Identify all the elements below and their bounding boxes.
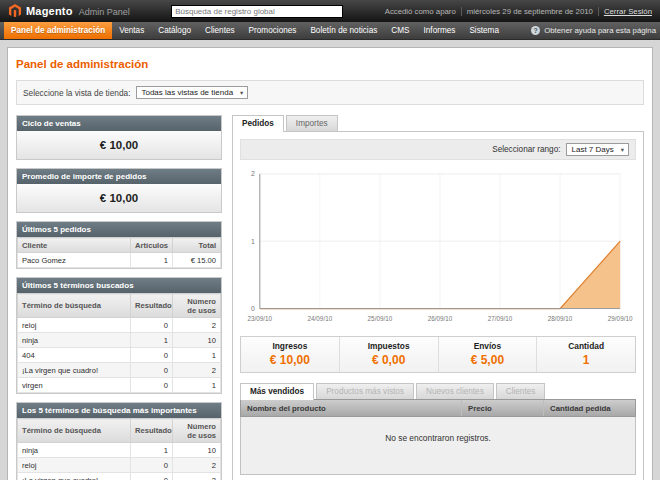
lifetime-sales-panel: Ciclo de ventas € 10,00 — [16, 115, 222, 160]
bottom-tabs: Más vendidos Productos más vistos Nuevos… — [240, 383, 636, 399]
last-orders-table: Cliente Artículos Total Paco Gomez 1 € 1… — [17, 237, 221, 268]
nav-item-newsletter[interactable]: Boletín de noticias — [303, 22, 384, 39]
cell-results: 0 — [131, 348, 173, 363]
chart-box: Seleccionar rango: Last 7 Days ▾ 01223/0… — [232, 131, 644, 480]
stat-label: Ingresos — [241, 341, 339, 351]
column-header: Término de búsqueda — [18, 419, 131, 443]
brand: Magento Admin Panel — [8, 4, 130, 18]
nav-item-catalog[interactable]: Catálogo — [151, 22, 198, 39]
cell-total: € 15.00 — [173, 253, 221, 268]
svg-text:23/09/10: 23/09/10 — [247, 315, 272, 322]
cell-results: 0 — [131, 318, 173, 333]
store-view-select[interactable]: Todas las vistas de tienda ▾ — [136, 86, 248, 99]
cell-results: 1 — [131, 443, 173, 458]
nav-item-system[interactable]: Sistema — [462, 22, 506, 39]
stat-quantity: Cantidad 1 — [536, 337, 635, 372]
logged-in-as: Accedió como aparo — [385, 7, 456, 16]
stat-label: Cantidad — [537, 341, 635, 351]
nav-item-promotions[interactable]: Promociones — [242, 22, 304, 39]
svg-text:27/09/10: 27/09/10 — [488, 315, 513, 322]
column-header-qty: Cantidad pedida — [543, 400, 635, 416]
brand-name: Magento — [26, 5, 73, 17]
cell-term: 404 — [18, 348, 131, 363]
cell-term: ¡La virgen que cuadro! — [18, 363, 131, 378]
nav-item-reports[interactable]: Informes — [417, 22, 463, 39]
table-row[interactable]: reloj 0 2 — [18, 318, 221, 333]
chevron-down-icon: ▾ — [621, 146, 624, 154]
products-table-empty: No se encontraron registros. — [240, 417, 636, 475]
store-view-bar: Seleccione la vista de tienda: Todas las… — [16, 80, 644, 105]
cell-term: ninja — [18, 333, 131, 348]
table-row[interactable]: ninja 1 10 — [18, 333, 221, 348]
header-divider — [461, 7, 462, 16]
header-date: miércoles 29 de septiembre de 2010 — [467, 7, 593, 16]
last-orders-panel: Últimos 5 pedidos Cliente Artículos Tota… — [16, 221, 222, 269]
cell-term: reloj — [18, 318, 131, 333]
table-row[interactable]: Paco Gomez 1 € 15.00 — [18, 253, 221, 268]
header-divider — [598, 7, 599, 16]
tab-customers[interactable]: Clientes — [496, 383, 546, 399]
tab-orders[interactable]: Pedidos — [232, 115, 284, 132]
top-header: Magento Admin Panel Accedió como aparo m… — [0, 0, 660, 22]
svg-text:28/09/10: 28/09/10 — [548, 315, 573, 322]
content-box: Panel de administración Seleccione la vi… — [7, 47, 653, 480]
left-column: Ciclo de ventas € 10,00 Promedio de impo… — [16, 115, 222, 480]
chart-tabs: Pedidos Importes — [232, 115, 644, 131]
column-header: Número de usos — [173, 294, 221, 318]
top-search-title: Los 5 términos de búsqueda más important… — [17, 403, 221, 418]
orders-chart: 01223/09/1024/09/1025/09/1026/09/1027/09… — [240, 164, 636, 330]
global-search — [136, 5, 379, 18]
tab-new-customers[interactable]: Nuevos clientes — [416, 383, 494, 399]
column-header: Artículos — [131, 238, 173, 253]
stat-value: € 5,00 — [439, 353, 537, 367]
range-label: Seleccionar rango: — [492, 145, 560, 154]
column-header: Total — [173, 238, 221, 253]
table-row[interactable]: 404 0 1 — [18, 348, 221, 363]
table-row[interactable]: reloj 0 2 — [18, 458, 221, 473]
cell-term: reloj — [18, 458, 131, 473]
cell-items: 1 — [131, 253, 173, 268]
lifetime-sales-value: € 10,00 — [17, 131, 221, 159]
magento-logo-icon — [8, 4, 22, 18]
tab-most-viewed[interactable]: Productos más vistos — [316, 383, 414, 399]
column-header: Resultados — [131, 419, 173, 443]
help-link[interactable]: ? Obtener ayuda para esta página — [531, 22, 656, 39]
table-row[interactable]: ¡La virgen que cuadro! 0 2 — [18, 363, 221, 378]
table-header-row: Cliente Artículos Total — [18, 238, 221, 253]
global-search-input[interactable] — [171, 5, 343, 18]
page-title: Panel de administración — [16, 58, 644, 70]
last-search-title: Últimos 5 términos buscados — [17, 278, 221, 293]
stat-tax: Impuestos € 0,00 — [339, 337, 438, 372]
page: Panel de administración Seleccione la vi… — [0, 40, 660, 480]
average-orders-value: € 10,00 — [17, 184, 221, 212]
cell-results: 0 — [131, 363, 173, 378]
tab-amounts[interactable]: Importes — [286, 115, 338, 131]
tab-bestsellers[interactable]: Más vendidos — [240, 383, 314, 400]
nav-item-dashboard[interactable]: Panel de administración — [4, 22, 112, 39]
help-icon: ? — [531, 26, 540, 35]
top-search-terms-panel: Los 5 términos de búsqueda más important… — [16, 402, 222, 480]
cell-uses: 1 — [173, 378, 221, 393]
table-row[interactable]: ninja 1 10 — [18, 443, 221, 458]
lifetime-sales-title: Ciclo de ventas — [17, 116, 221, 131]
stat-shipping: Envíos € 5,00 — [438, 337, 537, 372]
last-orders-title: Últimos 5 pedidos — [17, 222, 221, 237]
table-row[interactable]: virgen 0 1 — [18, 378, 221, 393]
last-search-terms-panel: Últimos 5 términos buscados Término de b… — [16, 277, 222, 394]
nav-item-sales[interactable]: Ventas — [112, 22, 151, 39]
range-bar: Seleccionar rango: Last 7 Days ▾ — [240, 139, 636, 160]
table-row[interactable]: ¡La virgen que cuadro! 0 2 — [18, 473, 221, 480]
right-column: Pedidos Importes Seleccionar rango: Last… — [232, 115, 644, 480]
store-view-label: Seleccione la vista de tienda: — [23, 88, 130, 98]
cell-results: 0 — [131, 473, 173, 480]
nav-item-cms[interactable]: CMS — [384, 22, 416, 39]
range-selected: Last 7 Days — [571, 145, 613, 154]
products-table-header: Nombre del producto Precio Cantidad pedi… — [240, 399, 636, 417]
cell-term: virgen — [18, 378, 131, 393]
range-select[interactable]: Last 7 Days ▾ — [566, 143, 629, 156]
chevron-down-icon: ▾ — [240, 89, 243, 97]
nav-item-customers[interactable]: Clientes — [198, 22, 242, 39]
logout-link[interactable]: Cerrar Sesión — [604, 7, 652, 16]
cell-term: ¡La virgen que cuadro! — [18, 473, 131, 480]
stat-value: € 0,00 — [340, 353, 438, 367]
